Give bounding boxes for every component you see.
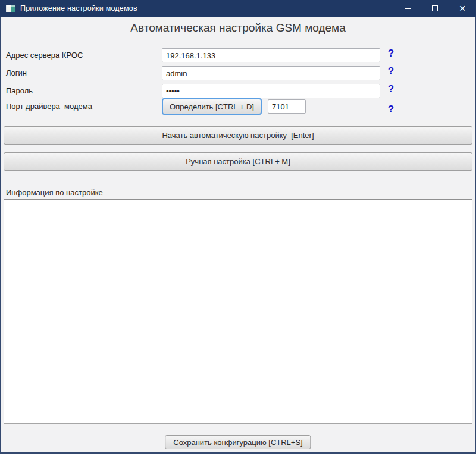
driver-port-label: Порт драйвера модема bbox=[6, 102, 92, 111]
help-icon-login[interactable]: ? bbox=[386, 65, 396, 77]
app-icon bbox=[6, 5, 15, 12]
info-section-label: Информация по настройке bbox=[6, 188, 103, 197]
page-title: Автоматическая настройка GSM модема bbox=[1, 21, 475, 35]
minimize-icon bbox=[405, 8, 411, 9]
save-config-button[interactable]: Сохранить конфигурацию [CTRL+S] bbox=[165, 435, 311, 449]
help-icon-server[interactable]: ? bbox=[386, 48, 396, 60]
driver-port-input[interactable] bbox=[268, 99, 306, 114]
server-address-label: Адрес сервера КРОС bbox=[6, 51, 83, 60]
help-icon-driver-port[interactable]: ? bbox=[386, 104, 396, 115]
determine-port-button[interactable]: Определить [CTRL + D] bbox=[162, 98, 262, 115]
maximize-icon bbox=[432, 5, 438, 11]
login-input[interactable] bbox=[162, 66, 380, 80]
password-label: Пароль bbox=[6, 86, 33, 95]
auto-setup-button[interactable]: Начать автоматическую настройку [Enter] bbox=[4, 126, 472, 145]
app-window: Приложение настройки модемов ✕ Автоматич… bbox=[0, 0, 476, 454]
help-icon-password[interactable]: ? bbox=[386, 83, 396, 95]
manual-setup-button[interactable]: Ручная настройка [CTRL+ M] bbox=[4, 152, 472, 171]
window-title: Приложение настройки модемов bbox=[20, 4, 137, 12]
maximize-button[interactable] bbox=[421, 0, 449, 17]
info-textarea[interactable] bbox=[4, 199, 472, 424]
close-icon: ✕ bbox=[459, 4, 466, 12]
window-controls: ✕ bbox=[394, 0, 476, 17]
close-button[interactable]: ✕ bbox=[449, 0, 476, 17]
server-address-input[interactable] bbox=[162, 48, 380, 62]
minimize-button[interactable] bbox=[394, 0, 421, 17]
titlebar[interactable]: Приложение настройки модемов ✕ bbox=[0, 0, 476, 17]
password-input[interactable] bbox=[162, 84, 380, 98]
login-label: Логин bbox=[6, 68, 27, 77]
main-content: Автоматическая настройка GSM модема Адре… bbox=[1, 17, 475, 452]
